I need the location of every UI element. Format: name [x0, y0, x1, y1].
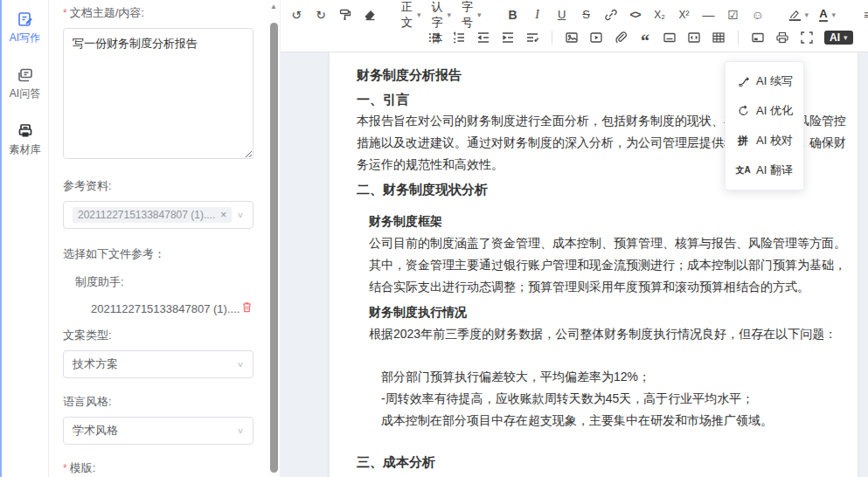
italic-icon[interactable]: I	[531, 6, 545, 24]
line-break-icon[interactable]	[525, 31, 539, 45]
menu-item-ai-optimize[interactable]: AI 优化	[726, 96, 803, 126]
proofread-icon: 拼	[736, 134, 750, 149]
ai-dropdown-button[interactable]: AI ▾	[824, 31, 853, 45]
doc-paragraph: 公司目前的制度涵盖了资金管理、成本控制、预算管理、核算与报告、风险管理等方面。其…	[369, 232, 847, 298]
sidebar-item-label: 素材库	[10, 142, 41, 157]
menu-item-ai-proofread[interactable]: 拼 AI 校对	[726, 126, 803, 156]
caret-down-icon: ▾	[448, 10, 452, 19]
sidebar-item-ai-qa[interactable]: AI问答	[10, 66, 40, 101]
indent-icon[interactable]	[501, 31, 515, 45]
outdent-icon[interactable]	[476, 31, 490, 45]
embed-icon[interactable]	[751, 31, 765, 45]
topic-input[interactable]: 写一份财务制度分析报告	[63, 28, 253, 159]
template-label: *模版:	[63, 460, 253, 476]
strikethrough-icon[interactable]: S	[580, 6, 594, 24]
sidebar-item-library[interactable]: 素材库	[10, 122, 41, 157]
print-icon[interactable]	[775, 31, 789, 45]
doc-type-select[interactable]: 技术方案 ∨	[63, 350, 253, 378]
toolbar-separator	[552, 31, 552, 45]
align-icon: ≡	[860, 6, 868, 24]
editor-canvas: 财务制度分析报告 一、引言 本报告旨在对公司的财务制度进行全面分析，包括财务制度…	[281, 52, 868, 477]
menu-item-label: AI 续写	[756, 73, 793, 89]
font-color-dropdown[interactable]: A ▾	[819, 8, 836, 22]
topic-label: *文档主题/内容:	[63, 5, 253, 21]
code-block-icon[interactable]	[687, 31, 701, 45]
redo-icon[interactable]: ↻	[314, 6, 328, 24]
doc-list-item: 成本控制在部分项目中存在超支现象，主要集中在研发和市场推广领域。	[381, 410, 847, 432]
table-icon[interactable]	[712, 31, 726, 45]
ordered-list-icon[interactable]	[452, 31, 466, 45]
panel-scrollbar[interactable]: ▲	[267, 0, 281, 477]
video-icon[interactable]	[589, 31, 603, 45]
writing-form-panel: *文档主题/内容: 写一份财务制度分析报告 参考资料: 202112271513…	[49, 0, 267, 477]
chat-icon	[17, 66, 34, 84]
required-asterisk: *	[63, 7, 67, 19]
remove-tag-icon[interactable]: ×	[220, 209, 226, 221]
doc-heading: 三、成本分析	[357, 451, 847, 473]
chevron-down-icon: ∨	[237, 211, 244, 219]
bold-icon[interactable]: B	[506, 6, 520, 24]
toolbar-row-1: ↺ ↻ 正文 ▾	[289, 4, 861, 25]
optimize-icon	[736, 105, 750, 117]
caret-down-icon: ▾	[844, 33, 848, 42]
continue-writing-icon	[736, 75, 750, 87]
app-window: AI写作 AI问答 素材库	[0, 0, 868, 477]
left-nav: AI写作 AI问答 素材库	[2, 0, 49, 477]
caret-down-icon: ▾	[417, 10, 421, 19]
doc-list-item: -周转效率有待提高，应收账款周转天数为45天，高于行业平均水平；	[381, 388, 847, 410]
caret-down-icon: ▾	[805, 10, 809, 19]
superscript-icon[interactable]: X²	[677, 6, 691, 24]
doc-paragraph: 根据2023年前三季度的财务数据，公司整体财务制度执行情况良好，但存在以下问题：	[369, 323, 847, 345]
menu-item-label: AI 校对	[756, 133, 793, 149]
fullscreen-icon[interactable]	[800, 31, 814, 45]
subscript-icon[interactable]: X₂	[653, 6, 667, 24]
translate-icon: 文A	[736, 164, 750, 176]
caret-down-icon: ▾	[477, 10, 482, 19]
file-section-label: 选择如下文件参考：	[63, 246, 253, 262]
required-asterisk: *	[63, 462, 67, 474]
format-painter-icon[interactable]	[338, 8, 352, 22]
delete-file-icon[interactable]	[240, 301, 253, 317]
link-icon[interactable]	[604, 8, 618, 22]
paragraph-style-dropdown[interactable]: 正文 ▾	[401, 0, 421, 31]
sidebar-item-label: AI写作	[10, 31, 40, 45]
doc-list-item: 部分部门预算执行偏差较大，平均偏差率为12%；	[381, 366, 847, 388]
ai-dropdown-menu: AI 续写 AI 优化 拼 AI 校对 文A AI 翻译	[725, 61, 804, 190]
align-dropdown[interactable]: ≡ ▾	[860, 6, 868, 24]
doc-subheading: 财务制度框架	[369, 211, 847, 232]
blockquote-icon[interactable]: “	[638, 30, 652, 45]
undo-icon[interactable]: ↺	[289, 6, 303, 24]
eraser-icon[interactable]	[363, 8, 377, 22]
file-row: 2021122715133847807 (1)....	[63, 301, 253, 317]
underline-icon[interactable]: U	[555, 6, 569, 24]
menu-item-label: AI 翻译	[756, 162, 793, 178]
inline-code-icon[interactable]: <>	[628, 6, 642, 24]
font-color-icon: A	[819, 8, 827, 22]
library-icon	[17, 122, 34, 140]
style-select[interactable]: 学术风格 ∨	[63, 417, 253, 445]
attachment-icon[interactable]	[614, 31, 628, 45]
image-icon[interactable]	[565, 31, 579, 45]
edit-doc-icon	[17, 10, 34, 28]
highlight-color-dropdown[interactable]: ▾	[789, 9, 809, 21]
font-size-dropdown[interactable]: 字号 ▾	[462, 0, 482, 31]
task-checkbox-icon[interactable]: ☑	[726, 6, 740, 24]
highlight-pen-icon	[789, 9, 801, 21]
chevron-down-icon: ∨	[237, 426, 244, 435]
reference-tag[interactable]: 2021122715133847807 (1).... ×	[73, 207, 232, 223]
style-label: 语言风格:	[63, 394, 253, 410]
sidebar-item-label: AI问答	[10, 86, 40, 101]
reference-select[interactable]: 2021122715133847807 (1).... × ∨	[63, 201, 253, 229]
menu-item-ai-continue[interactable]: AI 续写	[726, 66, 803, 96]
chevron-down-icon: ∨	[237, 360, 244, 369]
horizontal-rule-icon[interactable]: ―	[702, 6, 716, 24]
scroll-up-icon[interactable]: ▲	[267, 3, 280, 10]
bullet-list-icon[interactable]	[427, 31, 441, 45]
menu-item-ai-translate[interactable]: 文A AI 翻译	[726, 156, 803, 185]
editor-area: ↺ ↻ 正文 ▾	[281, 0, 868, 477]
divider-icon[interactable]	[663, 31, 677, 45]
emoji-icon[interactable]: ☺	[751, 6, 765, 24]
scrollbar-thumb[interactable]	[270, 23, 278, 473]
sidebar-item-ai-writing[interactable]: AI写作	[10, 10, 40, 45]
doc-subheading: 财务制度执行情况	[369, 301, 847, 323]
